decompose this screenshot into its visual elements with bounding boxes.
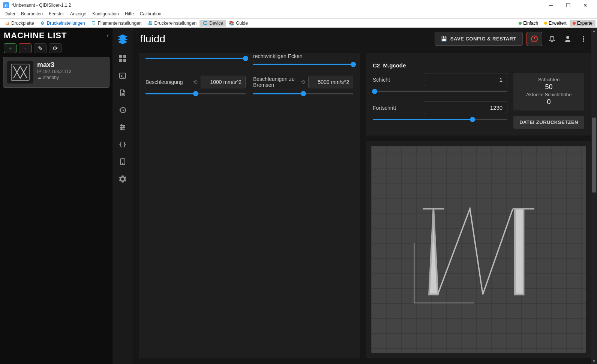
machine-thumbnail	[7, 61, 33, 84]
fluidd-panel: fluidd 💾 SAVE CONFIG & RESTART	[112, 28, 597, 364]
mode-erweitert[interactable]: Erweitert	[541, 20, 569, 27]
maximize-button[interactable]: ☐	[560, 0, 577, 10]
svg-point-16	[583, 40, 584, 42]
reset-file-button[interactable]: DATEI ZURÜCKSETZEN	[513, 116, 584, 129]
schicht-input[interactable]	[424, 73, 507, 86]
machine-item-max3[interactable]: max3 IP:192.168.2.113 ☁ standby	[3, 57, 110, 88]
settings-icon[interactable]	[118, 175, 127, 183]
dot-yellow-icon	[544, 22, 547, 25]
scrollbar[interactable]: ▲ ▼	[591, 28, 597, 364]
scroll-thumb[interactable]	[592, 118, 596, 192]
schicht-label: Schicht	[373, 77, 418, 83]
app-icon: ◐	[3, 2, 9, 8]
gcode-preview	[366, 141, 591, 358]
svg-point-7	[121, 125, 122, 126]
svg-point-9	[121, 128, 122, 130]
dashboard-icon[interactable]	[118, 54, 127, 63]
plate-icon: ⊡	[4, 21, 10, 26]
machine-ip: IP:192.168.2.113	[37, 69, 105, 74]
brake-slider[interactable]	[253, 93, 353, 94]
filament-icon: 🗨	[91, 21, 96, 26]
svg-rect-1	[119, 55, 122, 58]
fluidd-header: fluidd 💾 SAVE CONFIG & RESTART	[133, 28, 597, 50]
menu-calibration[interactable]: Calibration	[137, 10, 164, 18]
dot-green-icon	[519, 22, 522, 25]
alert-button[interactable]	[526, 32, 542, 46]
mode-experte[interactable]: Experte	[570, 20, 596, 27]
svg-rect-2	[123, 55, 126, 58]
menu-fenster[interactable]: Fenster	[46, 10, 67, 18]
ecken-slider[interactable]	[253, 64, 353, 65]
fortschritt-input[interactable]	[424, 101, 507, 114]
refresh-icon[interactable]: ⟲	[193, 79, 198, 85]
dot-red-icon	[573, 22, 576, 25]
menu-anzeige[interactable]: Anzeige	[67, 10, 89, 18]
aktuelle-value: 0	[519, 98, 579, 106]
bell-icon[interactable]	[546, 33, 558, 45]
machine-status: ☁ standby	[37, 75, 105, 80]
scroll-up-icon[interactable]: ▲	[592, 28, 596, 34]
menu-dots-icon[interactable]	[578, 33, 590, 45]
fluidd-logo-icon[interactable]	[116, 33, 129, 46]
svg-point-14	[583, 36, 584, 37]
svg-point-13	[566, 36, 569, 39]
edit-machine-button[interactable]: ✎	[34, 43, 46, 53]
file-card: C2_M.gcode Schicht	[366, 53, 591, 358]
save-config-button[interactable]: 💾 SAVE CONFIG & RESTART	[435, 32, 523, 46]
refresh-machines-button[interactable]: ⟳	[49, 43, 62, 53]
speed-slider[interactable]	[146, 58, 246, 59]
machine-list-panel: MACHINE LIST ‹ + − ✎ ⟳ max3 IP:192.168.2…	[0, 28, 112, 364]
history-icon[interactable]	[118, 106, 127, 115]
collapse-button[interactable]: ‹	[107, 32, 109, 39]
schicht-slider[interactable]	[373, 91, 507, 92]
gcode-filename: C2_M.gcode	[373, 60, 584, 73]
menu-datei[interactable]: Datei	[2, 10, 18, 18]
controls-card: rechtwinkligen Ecken Beschleunigung	[139, 53, 360, 358]
svg-rect-3	[119, 59, 122, 62]
machine-list-title: MACHINE LIST	[4, 31, 67, 40]
tool-druckeinstellungen[interactable]: ⚙ Druckeinstellungen	[37, 20, 88, 27]
remove-machine-button[interactable]: −	[19, 43, 32, 53]
fortschritt-label: Fortschritt	[373, 105, 418, 111]
ecken-label: rechtwinkligen Ecken	[253, 53, 353, 59]
refresh-icon[interactable]: ⟲	[301, 79, 305, 85]
tune-icon[interactable]	[118, 123, 127, 132]
server-icon[interactable]	[118, 157, 127, 166]
svg-rect-5	[120, 73, 126, 78]
guide-icon: 📚	[229, 21, 234, 26]
fluidd-nav	[112, 28, 133, 364]
mode-einfach[interactable]: Einfach	[516, 20, 541, 27]
svg-point-8	[123, 127, 124, 128]
console-icon[interactable]	[118, 71, 127, 80]
tool-drucker[interactable]: 🖶 Druckereinstellungen	[145, 20, 200, 27]
tool-druckplatte[interactable]: ⊡ Druckplatte	[2, 20, 37, 27]
schichten-label: Schichten	[519, 77, 579, 82]
menu-bearbeiten[interactable]: Bearbeiten	[18, 10, 46, 18]
accel-slider[interactable]	[146, 93, 246, 94]
menubar: Datei Bearbeiten Fenster Anzeige Konfigu…	[0, 10, 597, 19]
printer-icon: 🖶	[148, 21, 153, 26]
file-icon[interactable]	[118, 88, 127, 97]
tool-filament[interactable]: 🗨 Filamenteinstellungen	[88, 20, 145, 27]
close-button[interactable]: ✕	[577, 0, 594, 10]
menu-hilfe[interactable]: Hilfe	[122, 10, 137, 18]
accel-label: Beschleunigung	[146, 79, 190, 85]
machine-name: max3	[37, 61, 105, 69]
save-icon: 💾	[441, 36, 447, 42]
tool-guide[interactable]: 📚 Guide	[226, 20, 251, 27]
menu-konfiguration[interactable]: Konfiguration	[89, 10, 122, 18]
brake-input[interactable]	[308, 76, 353, 88]
gear-icon: ⚙	[40, 21, 45, 26]
window-title: *Unbenannt - QIDISlicer-1.1.2	[11, 3, 71, 8]
cloud-icon: ☁	[37, 75, 42, 80]
toolbar: ⊡ Druckplatte ⚙ Druckeinstellungen 🗨 Fil…	[0, 19, 597, 28]
brake-label: Beschleunigen zu Bremsen	[253, 76, 298, 88]
braces-icon[interactable]	[118, 140, 127, 149]
accel-input[interactable]	[201, 76, 246, 88]
user-icon[interactable]	[562, 33, 574, 45]
tool-device[interactable]: 🖵 Device	[200, 20, 226, 27]
scroll-down-icon[interactable]: ▼	[592, 358, 596, 364]
add-machine-button[interactable]: +	[4, 43, 16, 53]
minimize-button[interactable]: ─	[542, 0, 560, 10]
fortschritt-slider[interactable]	[373, 119, 507, 120]
